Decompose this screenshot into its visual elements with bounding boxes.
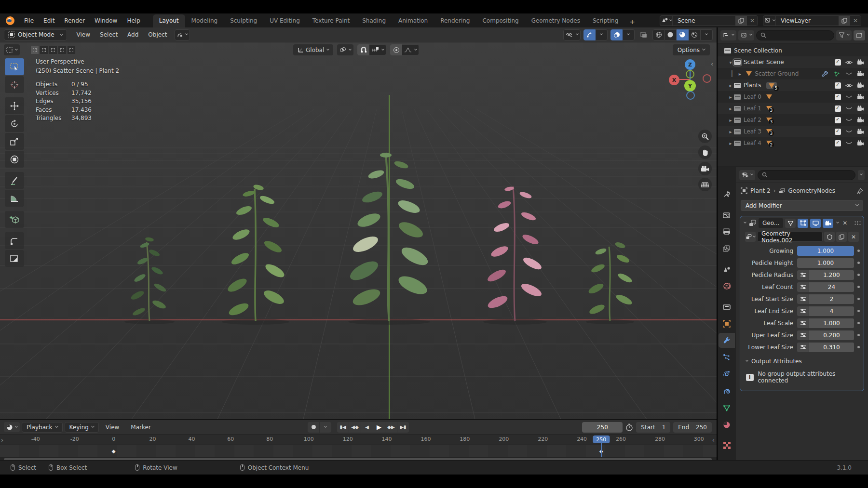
eye-closed-icon[interactable]	[845, 106, 853, 111]
viewlayer-name[interactable]: ViewLayer	[776, 17, 839, 24]
tab-modeling[interactable]: Modeling	[185, 14, 224, 27]
properties-search-input[interactable]	[758, 170, 855, 180]
row-scatter-scene[interactable]: ▾ Scatter Scene	[718, 56, 868, 68]
delete-modifier-button[interactable]: ✕	[842, 220, 847, 226]
input-attribute-toggle[interactable]	[797, 318, 809, 328]
shading-rendered-button[interactable]	[689, 29, 701, 40]
collapse-modifier-icon[interactable]	[744, 221, 746, 224]
input-attribute-toggle[interactable]	[797, 343, 809, 352]
timeline-view-menu[interactable]: View	[101, 422, 124, 433]
axis-x-ball[interactable]: X	[669, 75, 679, 85]
toggle-render-display[interactable]	[823, 219, 833, 228]
scene-unlink-button[interactable]: ✕	[747, 16, 758, 26]
expand-caret[interactable]: ▸	[736, 71, 743, 77]
options-dropdown[interactable]: Options	[673, 44, 710, 55]
axis-z-ball[interactable]: Z	[685, 59, 695, 70]
tab-modifiers[interactable]	[719, 333, 735, 348]
input-attribute-toggle[interactable]	[797, 294, 809, 304]
tool-select-box[interactable]	[5, 58, 24, 75]
tool-rotate[interactable]	[5, 115, 24, 132]
tool-scale[interactable]	[5, 133, 24, 150]
geometry-nodes-icon[interactable]	[834, 71, 840, 77]
camera-view-button[interactable]	[698, 162, 712, 175]
proportional-editing-toggle[interactable]	[390, 44, 402, 55]
tab-scene[interactable]	[719, 262, 735, 277]
growing-slider[interactable]: 1.000	[797, 246, 854, 256]
tab-texture[interactable]	[719, 438, 735, 453]
axis-neg-x-ball[interactable]	[703, 74, 711, 83]
gizmos-dropdown[interactable]	[596, 29, 608, 40]
leaf-scale-field[interactable]: 1.000	[809, 318, 854, 328]
animate-dot[interactable]	[857, 250, 860, 252]
next-keyframe-button[interactable]: ◆▶	[385, 422, 397, 433]
add-modifier-button[interactable]: Add Modifier	[741, 200, 863, 211]
eye-closed-icon[interactable]	[845, 141, 853, 145]
input-attribute-toggle[interactable]	[797, 330, 809, 340]
overlays-toggle[interactable]	[610, 29, 623, 40]
playhead-frame-label[interactable]: 250	[593, 435, 610, 443]
outliner-search-input[interactable]	[756, 30, 834, 40]
proportional-falloff-dropdown[interactable]	[402, 44, 419, 55]
snap-settings-dropdown[interactable]	[369, 44, 386, 55]
end-frame-field[interactable]: End250	[673, 422, 712, 433]
tool-add-cube[interactable]	[5, 211, 24, 228]
expand-caret[interactable]: ▸	[727, 129, 734, 134]
modifier-extras-dropdown[interactable]	[836, 221, 839, 224]
start-frame-field[interactable]: Start1	[636, 422, 670, 433]
animate-dot[interactable]	[857, 322, 860, 324]
axis-neg-z-ball[interactable]	[686, 91, 695, 100]
jump-to-start-button[interactable]: ▮◀	[337, 422, 349, 433]
tab-compositing[interactable]: Compositing	[476, 14, 525, 27]
row-leaf-2[interactable]: ▸ Leaf 2 3	[718, 114, 868, 126]
leaf-start-size-field[interactable]: 2	[809, 294, 854, 304]
input-attribute-toggle[interactable]	[797, 270, 809, 280]
viewport-3d[interactable]: Object Mode View Select Add Object	[0, 27, 717, 419]
viewlayer-icon[interactable]	[763, 16, 776, 26]
row-scene-collection[interactable]: Scene Collection	[718, 45, 868, 56]
output-attributes-header[interactable]: Output Attributes	[740, 353, 864, 369]
active-tool-popover[interactable]	[175, 29, 190, 40]
tab-rendering[interactable]: Rendering	[434, 14, 476, 27]
axis-neg-y-ball[interactable]	[686, 70, 694, 79]
node-group-browse-button[interactable]	[745, 232, 756, 242]
animate-dot[interactable]	[857, 346, 860, 348]
tab-particles[interactable]	[719, 350, 735, 365]
timeline-marker-menu[interactable]: Marker	[126, 422, 155, 433]
eye-open-icon[interactable]	[845, 60, 853, 65]
scene-copy-button[interactable]	[735, 16, 747, 26]
timeline-track[interactable]: ◆ ◆	[0, 445, 717, 457]
keying-set-dropdown[interactable]	[320, 422, 331, 433]
properties-options-dropdown[interactable]	[858, 170, 865, 180]
row-scatter-ground[interactable]: ┃ ▸ Scatter Ground	[718, 68, 868, 79]
show-object-types-dropdown[interactable]	[563, 29, 581, 40]
tab-constraints[interactable]	[719, 383, 735, 398]
tool-annotate[interactable]	[5, 172, 24, 189]
camera-toggle-icon[interactable]	[857, 59, 864, 65]
pan-button[interactable]	[698, 145, 712, 159]
exclude-checkbox[interactable]	[835, 94, 841, 100]
tool-transform[interactable]	[5, 151, 24, 168]
outliner-display-mode-dropdown[interactable]	[720, 30, 736, 40]
pedicle-radius-field[interactable]: 1.200	[809, 270, 854, 280]
menu-select[interactable]: Select	[95, 29, 122, 40]
eye-closed-icon[interactable]	[845, 130, 853, 134]
exclude-checkbox[interactable]	[835, 129, 841, 135]
tab-material[interactable]	[719, 417, 735, 432]
outliner-filter-dropdown[interactable]	[836, 30, 852, 40]
tab-texture-paint[interactable]: Texture Paint	[306, 14, 356, 27]
plant-4[interactable]	[486, 186, 543, 321]
node-group-name-field[interactable]: Geometry Nodes.002	[757, 232, 823, 242]
menu-add[interactable]: Add	[122, 29, 143, 40]
expand-caret[interactable]: ▾	[727, 60, 734, 65]
playback-menu[interactable]: Playback	[22, 422, 63, 433]
tab-output[interactable]	[719, 224, 735, 239]
animate-dot[interactable]	[857, 334, 860, 336]
tab-collection[interactable]	[719, 299, 735, 314]
row-leaf-1[interactable]: ▸ Leaf 1 3	[718, 103, 868, 114]
menu-object[interactable]: Object	[143, 29, 172, 40]
menu-window[interactable]: Window	[90, 15, 122, 26]
menu-help[interactable]: Help	[122, 15, 145, 26]
pedicle-height-slider[interactable]: 1.000	[797, 258, 854, 268]
gizmos-toggle[interactable]	[583, 29, 596, 40]
pin-icon[interactable]	[857, 188, 863, 194]
